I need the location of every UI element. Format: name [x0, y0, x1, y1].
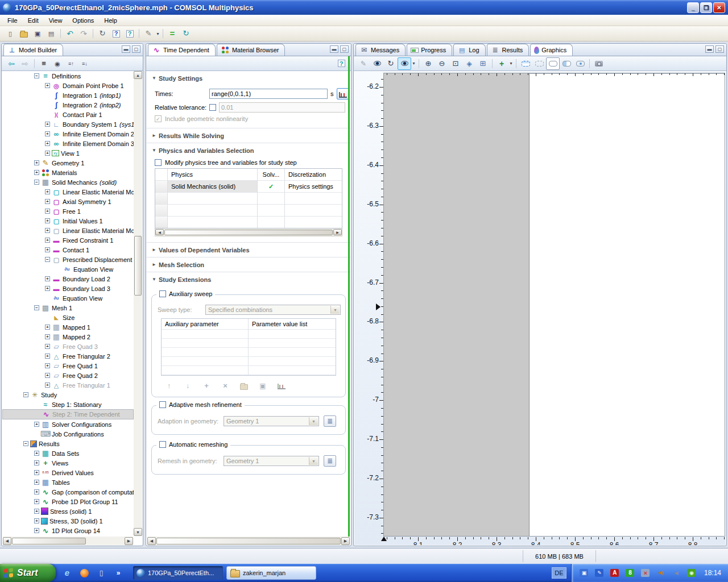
tree-item[interactable]: −Results: [2, 439, 134, 448]
tree-item[interactable]: +▢Linear Elastic Material Mod: [2, 187, 134, 197]
tree-item[interactable]: +▱Free Quad 3: [2, 342, 134, 351]
tree-expander-icon[interactable]: −: [23, 392, 28, 397]
minimize-panel-button[interactable]: ▬: [122, 45, 130, 53]
axes-view-button[interactable]: +: [495, 57, 508, 70]
relative-tolerance-input[interactable]: [219, 102, 345, 113]
tree-expander-icon[interactable]: +: [45, 238, 50, 243]
snapshot-button[interactable]: [592, 57, 606, 70]
language-indicator[interactable]: DE: [552, 567, 566, 579]
zoom-out-button[interactable]: ⊖: [435, 57, 449, 70]
back-button[interactable]: ⇦: [5, 57, 18, 70]
auxiliary-sweep-checkbox[interactable]: [159, 290, 166, 297]
tree-expander-icon[interactable]: +: [34, 509, 39, 514]
minimize-window-button[interactable]: _: [687, 2, 699, 13]
print-button[interactable]: ▤: [44, 27, 58, 40]
split-dot-button[interactable]: [573, 57, 587, 70]
scroll-thumb[interactable]: [156, 538, 341, 544]
table-cell[interactable]: [258, 205, 285, 216]
update-button[interactable]: ↻: [96, 27, 109, 40]
open-button[interactable]: [17, 27, 31, 40]
tree-expander-icon[interactable]: −: [45, 257, 50, 262]
tray-network-button[interactable]: ▣: [577, 567, 591, 579]
select-rect-button[interactable]: [519, 57, 532, 70]
relative-tolerance-checkbox[interactable]: [209, 104, 216, 111]
tree-item[interactable]: +▢Initial Values 1: [2, 216, 134, 226]
aux-table-cell[interactable]: [249, 330, 336, 338]
tree-expander-icon[interactable]: +: [45, 325, 50, 330]
tree-item[interactable]: +Materials: [2, 168, 134, 177]
solve-cell[interactable]: ✓: [258, 181, 285, 192]
maximize-panel-button[interactable]: ▢: [340, 45, 349, 53]
tree-expander-icon[interactable]: +: [34, 480, 39, 485]
minimize-panel-button[interactable]: ▬: [705, 45, 714, 53]
settings-horizontal-scrollbar[interactable]: ◀ ▶: [147, 537, 350, 545]
close-window-button[interactable]: ✕: [713, 2, 725, 13]
tree-item[interactable]: +∿Gap (comparison of computatio: [2, 487, 134, 497]
tree-expander-icon[interactable]: +: [45, 131, 50, 136]
splitter-arrow-icon[interactable]: [376, 304, 380, 310]
tree-expander-icon[interactable]: +: [45, 354, 50, 359]
table-cell[interactable]: [258, 217, 285, 228]
remesh-list-button[interactable]: ≣: [324, 455, 336, 467]
dropdown-arrow-icon[interactable]: ▾: [508, 61, 514, 66]
tab-log[interactable]: ▤ Log: [453, 44, 485, 56]
tree-item[interactable]: +∿1D Plot Group 14: [2, 526, 134, 535]
menu-file[interactable]: File: [2, 16, 23, 25]
tree-expander-icon[interactable]: +: [34, 160, 39, 165]
aux-down-button[interactable]: ↓: [181, 380, 195, 392]
aux-table-cell[interactable]: [162, 366, 249, 375]
tab-time-dependent[interactable]: ∿ Time Dependent: [148, 44, 216, 56]
table-cell[interactable]: [168, 205, 258, 216]
tree-expander-icon[interactable]: +: [45, 83, 50, 88]
tree-item[interactable]: +▬Boundary Load 3: [2, 284, 134, 293]
aux-table-cell[interactable]: [249, 348, 336, 356]
tree-expander-icon[interactable]: +: [34, 422, 39, 427]
aux-table-cell[interactable]: [162, 357, 249, 365]
remesh-geometry-select[interactable]: Geometry 1 ▼: [224, 456, 319, 466]
firefox-button[interactable]: [77, 567, 91, 579]
table-cell[interactable]: [258, 193, 285, 204]
dropdown-arrow-icon[interactable]: ▾: [411, 61, 416, 66]
tree-expander-icon[interactable]: +: [34, 528, 39, 533]
menu-options[interactable]: Options: [67, 16, 99, 25]
documentation-button[interactable]: ?: [123, 27, 136, 40]
aux-add-button[interactable]: +: [200, 380, 213, 392]
deselect-rect-button[interactable]: [532, 57, 546, 70]
tray-acrobat-button[interactable]: A: [608, 567, 622, 579]
tree-expander-icon[interactable]: +: [34, 518, 39, 523]
aux-save-button[interactable]: ▣: [256, 380, 270, 392]
zoom-in-button[interactable]: ⊕: [421, 57, 435, 70]
tab-progress[interactable]: Progress: [407, 44, 452, 56]
visibility-button[interactable]: [370, 57, 384, 70]
scroll-left-button[interactable]: ◀: [147, 537, 156, 545]
maximize-panel-button[interactable]: ▢: [715, 45, 724, 53]
title-bar[interactable]: 170GPa_50PerectEthanol_2micSphere.mph - …: [0, 0, 728, 15]
settings-help-button[interactable]: ?: [334, 57, 348, 70]
tree-item[interactable]: +▬Fixed Constraint 1: [2, 235, 134, 245]
tree-expander-icon[interactable]: −: [23, 441, 28, 446]
tree-expander-icon[interactable]: +: [34, 451, 39, 456]
tree-item[interactable]: ◣Size: [2, 313, 134, 322]
physics-cell[interactable]: Solid Mechanics (solid): [168, 181, 258, 192]
table-cell[interactable]: [168, 217, 258, 228]
tree-expander-icon[interactable]: −: [34, 73, 39, 78]
tree-item[interactable]: +▬Boundary Load 2: [2, 274, 134, 284]
zoom-box-button[interactable]: ⊡: [449, 57, 462, 70]
move-down-button[interactable]: ≡↓: [78, 57, 92, 70]
tree-item[interactable]: ≈Step 1: Stationary: [2, 400, 134, 409]
tray-quickset-button[interactable]: 8: [623, 567, 637, 579]
undo-button[interactable]: ↶: [63, 27, 77, 40]
tree-expander-icon[interactable]: +: [34, 489, 39, 494]
tree-item[interactable]: +▦Tables: [2, 477, 134, 487]
tree-item[interactable]: )(Contact Pair 1: [2, 110, 134, 119]
tree-expander-icon[interactable]: +: [45, 334, 50, 339]
tree-item[interactable]: +Stress, 3D (solid) 1: [2, 516, 134, 526]
tree-item[interactable]: +xyView 1: [2, 148, 134, 158]
tree-item[interactable]: +▱Free Quad 2: [2, 371, 134, 380]
tree-expander-icon[interactable]: +: [45, 363, 50, 368]
help-button[interactable]: ?: [109, 27, 123, 40]
tree-expander-icon[interactable]: +: [45, 199, 50, 204]
tray-audio-button[interactable]: ◀: [669, 567, 683, 579]
tree-item[interactable]: +◎Domain Point Probe 1: [2, 81, 134, 90]
overflow-chevron-button[interactable]: »: [111, 567, 125, 579]
